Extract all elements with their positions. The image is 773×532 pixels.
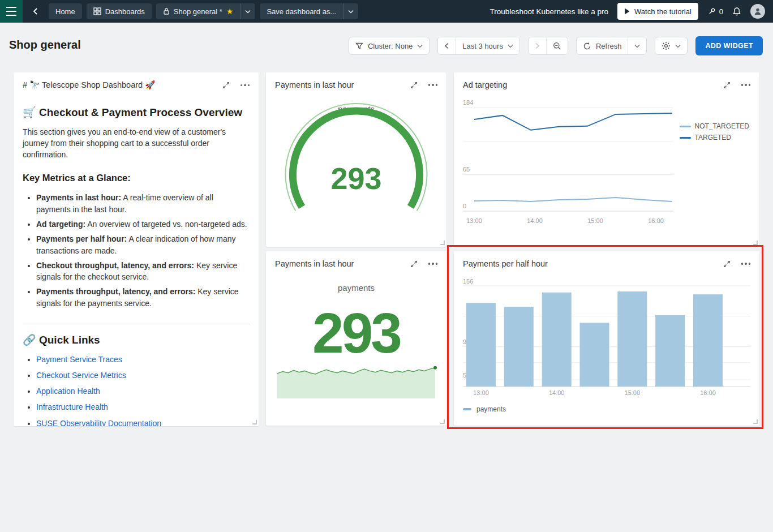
legend-item[interactable]: TARGETED	[680, 134, 749, 141]
metric-item: Ad targeting: An overview of targeted vs…	[36, 218, 250, 230]
legend-item[interactable]: NOT_TARGETED	[680, 122, 749, 130]
quick-link[interactable]: Checkout Service Metrics	[36, 371, 126, 380]
resize-handle[interactable]	[252, 420, 257, 424]
time-back-button[interactable]	[438, 37, 456, 54]
gear-icon	[662, 41, 671, 50]
quick-link[interactable]: Infrastructure Health	[36, 402, 108, 411]
dashboards-label: Dashboards	[105, 7, 145, 16]
expand-icon[interactable]	[222, 81, 230, 89]
dashboard-name-button[interactable]: Shop general * ★	[156, 3, 241, 19]
resize-handle[interactable]	[440, 241, 445, 245]
chevron-right-icon	[535, 42, 540, 49]
quick-link[interactable]: Payment Service Traces	[36, 355, 122, 364]
widget-ad-targeting: Ad targeting 18465013:0014:0015:0016:00 …	[454, 72, 759, 247]
more-options-icon[interactable]	[741, 84, 751, 86]
widget-payments-number: Payments in last hour payments 293	[266, 251, 446, 426]
svg-text:14:00: 14:00	[527, 217, 543, 224]
chevron-left-icon	[444, 42, 449, 49]
favorite-star-icon[interactable]: ★	[226, 7, 234, 16]
chevron-left-icon	[32, 7, 40, 15]
zoom-out-button[interactable]	[546, 37, 568, 54]
payments-bar-chart: 156925713:0014:0015:0016:00	[454, 273, 759, 421]
refresh-options-chevron[interactable]	[628, 37, 646, 54]
lock-icon	[163, 7, 170, 15]
widget-title: # 🔭 Telescope Shop Dashboard 🚀	[23, 80, 155, 90]
pin-count: 0	[719, 7, 723, 16]
pinned-items-button[interactable]: 0	[707, 7, 723, 16]
cluster-filter-label: Cluster: None	[368, 42, 413, 50]
legend-label: TARGETED	[695, 134, 731, 141]
more-options-icon[interactable]	[741, 263, 751, 265]
current-dashboard-control: Shop general * ★	[156, 3, 256, 19]
page-title: Shop general	[9, 38, 81, 52]
quick-link[interactable]: SUSE Observability Documentation	[36, 419, 161, 426]
resize-handle[interactable]	[440, 419, 445, 424]
svg-text:14:00: 14:00	[549, 389, 565, 396]
svg-text:13:00: 13:00	[466, 217, 482, 224]
legend-label: NOT_TARGETED	[695, 122, 749, 130]
more-options-icon[interactable]	[428, 84, 438, 86]
chevron-down-icon	[634, 44, 640, 48]
zoom-out-icon	[553, 42, 561, 50]
metric-item: Payments throughput, latency, and errors…	[36, 286, 250, 309]
settings-button[interactable]	[655, 37, 688, 55]
svg-text:184: 184	[463, 99, 473, 106]
promo-text: Troubleshoot Kubernetes like a pro	[489, 7, 608, 16]
watch-tutorial-button[interactable]: Watch the tutorial	[617, 3, 698, 20]
divider	[23, 324, 250, 324]
home-button[interactable]: Home	[49, 3, 82, 19]
quick-links-list: Payment Service TracesCheckout Service M…	[23, 354, 250, 426]
save-dashboard-as-button[interactable]: Save dashboard as...	[260, 3, 343, 19]
svg-text:156: 156	[463, 278, 473, 285]
metric-item: Payments per half hour: A clear indicati…	[36, 233, 250, 256]
payments-sparkline	[273, 358, 440, 400]
refresh-button[interactable]: Refresh	[577, 37, 628, 54]
user-icon	[753, 7, 762, 16]
widget-title: Payments per half hour	[463, 259, 548, 268]
chart-legend[interactable]: payments	[463, 405, 506, 413]
metric-item: Payments in last hour: A real-time overv…	[36, 192, 250, 215]
resize-handle[interactable]	[753, 241, 758, 245]
widget-telescope-notes: # 🔭 Telescope Shop Dashboard 🚀 🛒 Checkou…	[14, 72, 259, 426]
resize-handle[interactable]	[753, 419, 758, 424]
cluster-filter-button[interactable]: Cluster: None	[349, 37, 430, 55]
expand-icon[interactable]	[410, 81, 418, 89]
quick-link[interactable]: Application Health	[36, 387, 100, 396]
expand-icon[interactable]	[410, 260, 418, 268]
time-range-button[interactable]: Last 3 hours	[456, 37, 519, 54]
save-dashboard-control: Save dashboard as...	[260, 3, 358, 19]
menu-icon[interactable]	[0, 0, 23, 23]
back-button[interactable]	[27, 3, 44, 19]
dashboard-name-label: Shop general *	[174, 7, 222, 16]
dashboards-button[interactable]: Dashboards	[87, 3, 152, 19]
metric-item: Checkout throughput, latency, and errors…	[36, 260, 250, 283]
add-widget-button[interactable]: ADD WIDGET	[695, 36, 763, 55]
svg-text:13:00: 13:00	[473, 389, 489, 396]
dashboard-app: Home Dashboards Shop general * ★ Save da…	[0, 0, 773, 532]
metrics-heading: Key Metrics at a Glance:	[23, 171, 250, 185]
legend-swatch	[463, 408, 471, 410]
quick-link-item: Payment Service Traces	[36, 354, 250, 365]
payments-value: 293	[266, 304, 446, 361]
time-zoom-control	[528, 37, 568, 55]
chevron-down-icon	[348, 10, 354, 14]
navbar-right: Troubleshoot Kubernetes like a pro Watch…	[489, 3, 773, 20]
quick-link-item: Infrastructure Health	[36, 401, 250, 413]
save-as-chevron[interactable]	[343, 3, 358, 19]
widget-title: Ad targeting	[463, 80, 507, 89]
time-forward-button[interactable]	[529, 37, 546, 54]
widget-payments-gauge: Payments in last hour payments 293	[266, 72, 446, 247]
home-label: Home	[55, 7, 75, 16]
legend-label: payments	[476, 405, 506, 413]
more-options-icon[interactable]	[428, 263, 438, 265]
expand-icon[interactable]	[723, 260, 731, 268]
svg-text:15:00: 15:00	[625, 389, 641, 396]
top-navbar: Home Dashboards Shop general * ★ Save da…	[0, 0, 773, 23]
widget-title: Payments in last hour	[275, 259, 354, 268]
dashboard-menu-chevron[interactable]	[240, 3, 255, 19]
expand-icon[interactable]	[723, 81, 731, 89]
avatar[interactable]	[750, 4, 765, 19]
notifications-button[interactable]	[732, 7, 741, 16]
more-options-icon[interactable]	[241, 84, 250, 87]
chevron-down-icon	[508, 44, 513, 48]
